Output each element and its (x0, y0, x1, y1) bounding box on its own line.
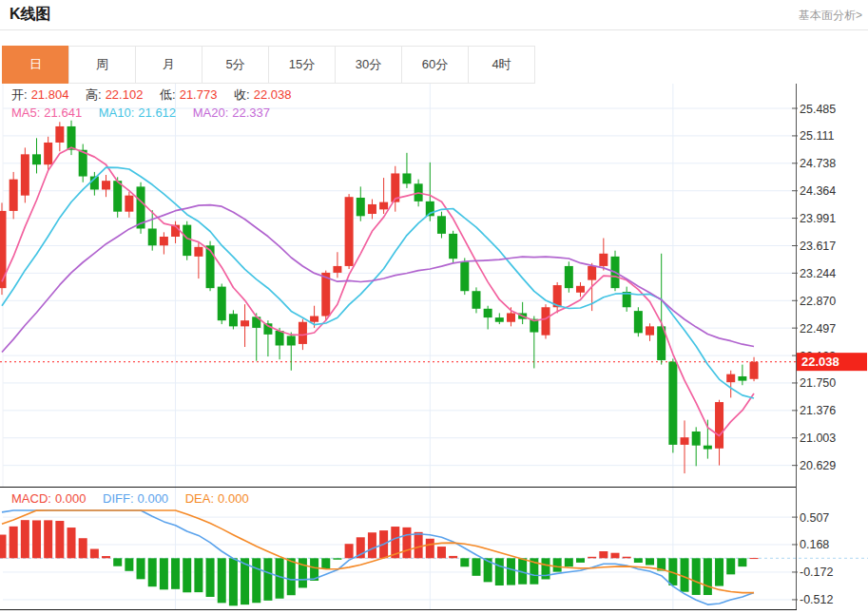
candle-up (194, 247, 203, 257)
tab-interval-1[interactable]: 周 (68, 46, 136, 84)
macd-tick-label: -0.512 (800, 593, 833, 606)
macd-bar-positive (21, 520, 29, 558)
candle-down (229, 314, 238, 326)
candle-down (460, 261, 469, 291)
macd-bar-negative (576, 558, 585, 563)
price-tick-label: 21.003 (800, 432, 836, 445)
macd-bar-positive (599, 551, 608, 558)
candle-up (21, 154, 29, 195)
tab-interval-0[interactable]: 日 (2, 46, 69, 84)
macd-bar-negative (252, 558, 260, 603)
macd-tick-label: 0.507 (800, 511, 829, 525)
candle-up (715, 402, 723, 449)
tab-interval-3[interactable]: 5分 (202, 46, 269, 84)
candle-up (681, 437, 689, 445)
candle-down (449, 234, 457, 259)
macd-bar-negative (148, 558, 157, 586)
macd-bar-negative (472, 558, 480, 576)
candle-down (183, 225, 191, 256)
macd-bar-negative (646, 558, 654, 565)
price-tick-label: 24.738 (800, 157, 836, 170)
candle-down (276, 331, 284, 345)
macd-bar-negative (229, 558, 238, 605)
macd-bar-positive (449, 556, 457, 558)
candle-down (668, 362, 677, 445)
price-tick-label: 22.870 (800, 295, 836, 308)
macd-bar-negative (681, 558, 689, 591)
tab-interval-2[interactable]: 月 (135, 46, 203, 84)
macd-bar-positive (611, 553, 620, 559)
macd-bar-positive (10, 527, 18, 558)
tab-interval-6[interactable]: 60分 (401, 46, 469, 84)
macd-bar-negative (726, 558, 735, 574)
macd-bar-positive (750, 558, 759, 559)
macd-bar-negative (634, 558, 643, 563)
diff-line (2, 510, 754, 604)
candle-up (241, 320, 249, 326)
macd-bar-negative (171, 558, 180, 589)
candle-down (68, 126, 76, 150)
candle-up (102, 181, 110, 189)
candle-up (750, 362, 759, 379)
candle-down (148, 228, 157, 245)
macd-bar-positive (345, 544, 354, 558)
price-tick-label: 21.376 (800, 404, 836, 417)
candle-up (345, 197, 354, 266)
candle-up (44, 143, 52, 164)
macd-bar-negative (715, 558, 723, 585)
price-tick-label: 23.617 (800, 240, 836, 253)
candle-down (704, 446, 712, 450)
candle-up (379, 202, 388, 210)
candle-down (437, 216, 446, 234)
macd-tick-label: 0.168 (800, 538, 829, 551)
candle-down (484, 309, 492, 317)
interval-tab-bar: 日周月5分15分30分60分4时 (3, 46, 535, 84)
candle-up (541, 307, 550, 335)
macd-bar-positive (623, 557, 631, 559)
candle-down (692, 432, 701, 446)
macd-bar-positive (0, 535, 7, 559)
tab-interval-7[interactable]: 4时 (468, 46, 535, 84)
tab-interval-4[interactable]: 15分 (268, 46, 336, 84)
candle-down (206, 245, 215, 288)
macd-bar-positive (79, 538, 87, 558)
main-price-chart[interactable]: 25.48525.11124.73824.36423.99123.61723.2… (0, 84, 868, 487)
price-tick-label: 25.111 (800, 129, 834, 143)
macd-bar-negative (692, 558, 701, 595)
title-divider (0, 29, 868, 30)
macd-bar-negative (299, 558, 307, 587)
candle-down (113, 181, 122, 211)
macd-bar-positive (415, 532, 423, 558)
macd-bar-positive (588, 557, 596, 559)
current-price-badge-value: 22.038 (801, 355, 839, 369)
candle-up (368, 204, 376, 214)
price-tick-label: 24.364 (800, 184, 836, 198)
candle-up (160, 237, 168, 245)
candle-up (55, 126, 64, 143)
dea-line (2, 510, 754, 593)
macd-bar-positive (402, 528, 411, 558)
tab-interval-5[interactable]: 30分 (335, 46, 402, 84)
macd-bar-negative (218, 558, 226, 603)
macd-bar-negative (321, 558, 330, 568)
macd-bar-positive (90, 549, 99, 559)
kline-widget: K线图 基本面分析> 日周月5分15分30分60分4时 开:21.804 高:2… (0, 0, 868, 614)
macd-bar-positive (68, 528, 76, 558)
candle-up (333, 266, 341, 273)
candle-down (495, 317, 504, 322)
candle-down (402, 173, 411, 183)
macd-bar-negative (263, 558, 272, 601)
macd-chart[interactable]: 0.5070.168-0.172-0.512 (0, 487, 868, 614)
price-tick-label: 23.244 (800, 267, 836, 280)
candle-up (599, 254, 608, 266)
candle-up (125, 196, 133, 212)
macd-bar-positive (32, 520, 41, 558)
macd-bar-negative (125, 558, 133, 570)
fundamental-analysis-link[interactable]: 基本面分析> (799, 8, 862, 24)
macd-bar-positive (44, 520, 52, 558)
candle-down (634, 311, 643, 333)
candle-up (646, 326, 654, 335)
macd-bar-negative (738, 558, 746, 566)
price-tick-label: 22.497 (800, 322, 836, 336)
macd-bar-negative (206, 558, 215, 597)
